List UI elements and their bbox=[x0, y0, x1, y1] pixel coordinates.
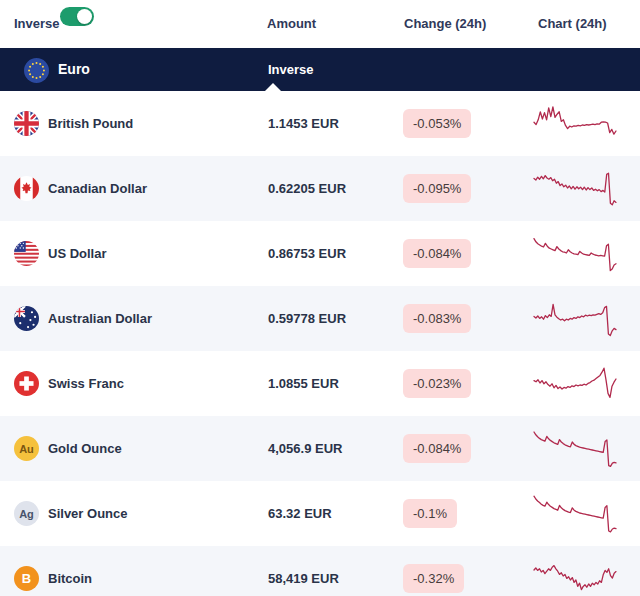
column-header-chart: Chart (24h) bbox=[538, 16, 607, 31]
change-badge: -0.053% bbox=[403, 109, 471, 138]
currency-row[interactable]: AuGold Ounce4,056.9 EUR-0.084% bbox=[0, 416, 640, 481]
symbol-label: B bbox=[14, 566, 39, 591]
sparkline-chart bbox=[532, 361, 618, 409]
currency-name: Swiss Franc bbox=[48, 376, 124, 391]
base-currency-row: Euro Inverse bbox=[0, 48, 640, 91]
currency-row[interactable]: US Dollar0.86753 EUR-0.084% bbox=[0, 221, 640, 286]
caret-up-icon bbox=[265, 83, 281, 91]
amount-value: 1.1453 EUR bbox=[268, 116, 339, 131]
uk-flag-icon bbox=[14, 111, 39, 136]
currency-name: Australian Dollar bbox=[48, 311, 152, 326]
silver-icon: Ag bbox=[14, 501, 39, 526]
gold-icon: Au bbox=[14, 436, 39, 461]
bitcoin-icon: B bbox=[14, 566, 39, 591]
currency-name: British Pound bbox=[48, 116, 133, 131]
inverse-toggle-label: Inverse bbox=[14, 16, 60, 31]
currency-row[interactable]: Canadian Dollar0.62205 EUR-0.095% bbox=[0, 156, 640, 221]
currency-row[interactable]: British Pound1.1453 EUR-0.053% bbox=[0, 91, 640, 156]
amount-value: 0.62205 EUR bbox=[268, 181, 346, 196]
sparkline-chart bbox=[532, 101, 618, 149]
amount-value: 4,056.9 EUR bbox=[268, 441, 342, 456]
amount-value: 0.59778 EUR bbox=[268, 311, 346, 326]
currency-rows: British Pound1.1453 EUR-0.053%Canadian D… bbox=[0, 91, 640, 596]
sparkline-chart bbox=[532, 556, 618, 596]
sparkline-chart bbox=[532, 426, 618, 474]
currency-row[interactable]: Swiss Franc1.0855 EUR-0.023% bbox=[0, 351, 640, 416]
euro-flag-icon bbox=[24, 58, 49, 83]
currency-row[interactable]: Australian Dollar0.59778 EUR-0.083% bbox=[0, 286, 640, 351]
sparkline-chart bbox=[532, 166, 618, 214]
amount-value: 1.0855 EUR bbox=[268, 376, 339, 391]
currency-name: Canadian Dollar bbox=[48, 181, 147, 196]
change-badge: -0.083% bbox=[403, 304, 471, 333]
symbol-label: Au bbox=[14, 436, 39, 461]
australia-flag-icon bbox=[14, 306, 39, 331]
currency-name: Bitcoin bbox=[48, 571, 92, 586]
symbol-label: Ag bbox=[14, 501, 39, 526]
change-badge: -0.084% bbox=[403, 239, 471, 268]
amount-value: 0.86753 EUR bbox=[268, 246, 346, 261]
sparkline-chart bbox=[532, 491, 618, 539]
currency-row[interactable]: AgSilver Ounce63.32 EUR-0.1% bbox=[0, 481, 640, 546]
change-badge: -0.095% bbox=[403, 174, 471, 203]
amount-value: 63.32 EUR bbox=[268, 506, 332, 521]
currency-name: Silver Ounce bbox=[48, 506, 127, 521]
base-inverse-label: Inverse bbox=[268, 62, 314, 77]
toggle-knob-icon bbox=[77, 9, 92, 24]
currency-row[interactable]: BBitcoin58,419 EUR-0.32% bbox=[0, 546, 640, 596]
canada-flag-icon bbox=[14, 176, 39, 201]
us-flag-icon bbox=[14, 241, 39, 266]
currency-rates-table: Inverse Amount Change (24h) Chart (24h) … bbox=[0, 0, 640, 596]
column-header-amount: Amount bbox=[267, 16, 316, 31]
change-badge: -0.023% bbox=[403, 369, 471, 398]
currency-name: US Dollar bbox=[48, 246, 107, 261]
table-controls: Inverse Amount Change (24h) Chart (24h) bbox=[0, 0, 640, 48]
sparkline-chart bbox=[532, 296, 618, 344]
change-badge: -0.084% bbox=[403, 434, 471, 463]
base-currency-name: Euro bbox=[58, 61, 90, 77]
change-badge: -0.32% bbox=[403, 564, 464, 593]
change-badge: -0.1% bbox=[403, 499, 457, 528]
amount-value: 58,419 EUR bbox=[268, 571, 339, 586]
currency-name: Gold Ounce bbox=[48, 441, 122, 456]
sparkline-chart bbox=[532, 231, 618, 279]
switzerland-flag-icon bbox=[14, 371, 39, 396]
inverse-toggle[interactable] bbox=[60, 7, 94, 26]
column-header-change: Change (24h) bbox=[404, 16, 486, 31]
